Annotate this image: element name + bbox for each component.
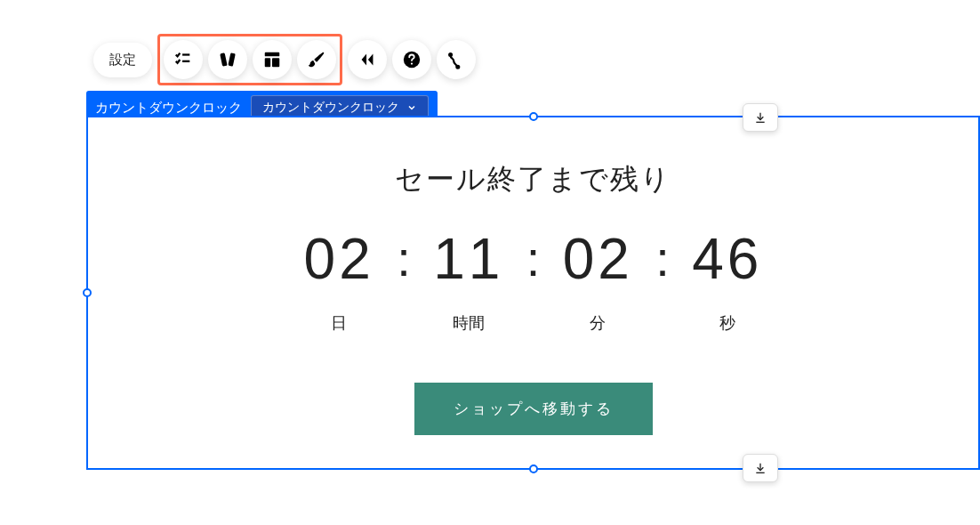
svg-point-6 <box>411 62 413 64</box>
squiggle-icon <box>446 50 466 69</box>
days-label: 日 <box>331 312 347 334</box>
chevron-down-icon <box>406 102 417 113</box>
cta-button[interactable]: ショップへ移動する <box>414 383 653 435</box>
svg-rect-3 <box>265 58 270 67</box>
countdown-block-frame[interactable]: セール終了まで残り 02 日 : 11 時間 : 02 分 : 46 秒 ショッ… <box>86 116 980 470</box>
resize-handle-left[interactable] <box>83 288 92 297</box>
separator: : <box>397 234 411 284</box>
resize-handle-top[interactable] <box>529 112 538 121</box>
days-value: 02 <box>304 230 374 287</box>
time-minutes: 02 分 <box>540 230 655 334</box>
block-label: カウントダウンクロック <box>95 100 242 117</box>
countdown-timer: 02 日 : 11 時間 : 02 分 : 46 秒 <box>267 230 800 334</box>
editor-toolbar: 設定 <box>93 34 476 85</box>
insert-above-icon <box>753 110 767 125</box>
seconds-value: 46 <box>692 230 762 287</box>
stretch-icon <box>357 50 377 69</box>
countdown-content: セール終了まで残り 02 日 : 11 時間 : 02 分 : 46 秒 ショッ… <box>267 160 800 435</box>
layout-icon <box>262 50 282 69</box>
time-seconds: 46 秒 <box>670 230 785 334</box>
hours-label: 時間 <box>453 312 485 334</box>
checklist-icon <box>173 50 193 69</box>
animate-button[interactable] <box>164 40 203 79</box>
stretch-button[interactable] <box>348 40 387 79</box>
svg-point-8 <box>456 66 459 69</box>
design-button[interactable] <box>297 40 336 79</box>
highlighted-tool-group <box>157 34 342 85</box>
minutes-value: 02 <box>563 230 633 287</box>
help-button[interactable] <box>392 40 431 79</box>
resize-handle-bottom[interactable] <box>529 464 538 473</box>
time-hours: 11 時間 <box>411 230 526 334</box>
add-section-below-button[interactable] <box>743 454 778 482</box>
hours-value: 11 <box>433 230 503 287</box>
help-icon <box>402 50 422 69</box>
brush-icon <box>307 50 326 69</box>
layout-button[interactable] <box>253 40 292 79</box>
dropdown-selected-label: カウントダウンクロック <box>262 100 399 116</box>
insert-below-icon <box>753 461 767 475</box>
svg-rect-2 <box>265 52 280 57</box>
cards-icon <box>218 50 237 69</box>
time-days: 02 日 <box>281 230 397 334</box>
seconds-label: 秒 <box>719 312 735 334</box>
countdown-title[interactable]: セール終了まで残り <box>267 160 800 199</box>
minutes-label: 分 <box>590 312 606 334</box>
more-button[interactable] <box>437 40 476 79</box>
transitions-button[interactable] <box>208 40 247 79</box>
separator: : <box>526 234 541 284</box>
settings-button[interactable]: 設定 <box>93 43 152 77</box>
separator: : <box>655 234 670 284</box>
add-section-above-button[interactable] <box>743 103 778 132</box>
svg-rect-4 <box>272 58 279 67</box>
svg-point-7 <box>449 53 452 56</box>
